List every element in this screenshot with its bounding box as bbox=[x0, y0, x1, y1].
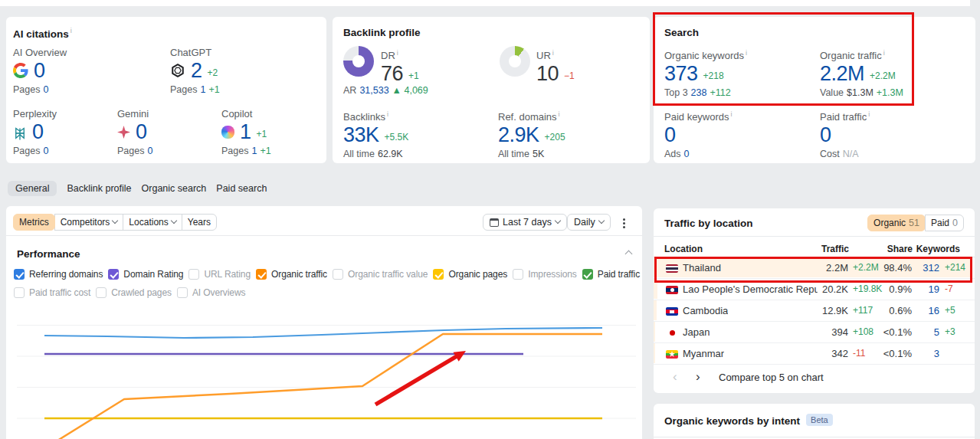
referring-domains-line bbox=[44, 328, 602, 338]
keywords-value[interactable]: 5 bbox=[934, 322, 939, 342]
cost-label: Cost bbox=[820, 149, 840, 159]
google-g-icon bbox=[13, 63, 28, 78]
location-name[interactable]: Japan bbox=[683, 322, 710, 342]
metric-ai-overview: AI Overview 0 Pages0 bbox=[13, 47, 67, 95]
copilot-delta: +1 bbox=[257, 129, 267, 139]
pages-value[interactable]: 0 bbox=[147, 146, 152, 156]
myanmar-flag bbox=[666, 350, 678, 359]
info-icon: i bbox=[552, 49, 554, 57]
prev-page-icon[interactable]: ‹ bbox=[673, 369, 677, 385]
checkbox-paid-traffic[interactable]: Paid traffic bbox=[582, 269, 640, 280]
locations-button[interactable]: Locations bbox=[123, 214, 182, 231]
cost-value: N/A bbox=[843, 149, 859, 159]
checkbox-url-rating[interactable]: URL Rating bbox=[188, 269, 251, 280]
ai-overview-value[interactable]: 0 bbox=[34, 59, 45, 82]
checkbox-organic-pages[interactable]: Organic pages bbox=[433, 269, 507, 280]
info-icon: i bbox=[70, 27, 72, 34]
toolbar-divider bbox=[6, 235, 642, 236]
ar-label: AR bbox=[343, 85, 356, 96]
traffic-table-header: Location Traffic Share Keywords bbox=[654, 239, 975, 257]
share-value: <0.1% bbox=[883, 322, 912, 342]
checkbox-icon bbox=[108, 269, 119, 280]
toggle-paid[interactable]: Paid0 bbox=[925, 215, 964, 231]
gemini-value[interactable]: 0 bbox=[136, 120, 147, 143]
checkbox-referring-domains[interactable]: Referring domains bbox=[14, 269, 103, 280]
chatgpt-value[interactable]: 2 bbox=[191, 59, 202, 82]
ar-delta: ▲ 4,069 bbox=[392, 85, 428, 96]
table-row-japan[interactable]: Japan 394 +108 <0.1% 5 +3 bbox=[654, 322, 975, 343]
checkbox-paid-traffic-cost[interactable]: Paid traffic cost bbox=[14, 287, 90, 298]
location-name[interactable]: Myanmar bbox=[683, 343, 724, 364]
info-icon: i bbox=[731, 110, 733, 118]
perplexity-value[interactable]: 0 bbox=[32, 120, 44, 143]
granularity-button[interactable]: Daily bbox=[567, 214, 611, 231]
ar-value[interactable]: 31,533 bbox=[359, 85, 388, 96]
japan-flag bbox=[666, 329, 678, 337]
ads-value[interactable]: 0 bbox=[684, 149, 690, 159]
metric-paid-keywords: Paid keywordsi 0 Ads0 bbox=[664, 108, 733, 159]
checkbox-icon bbox=[582, 269, 593, 280]
checkbox-impressions[interactable]: Impressions bbox=[513, 269, 577, 280]
checkbox-domain-rating[interactable]: Domain Rating bbox=[108, 269, 183, 280]
intent-divider bbox=[654, 437, 975, 437]
traffic-by-location-card: Traffic by location Organic51 Paid0 Loca… bbox=[654, 208, 975, 393]
info-icon: i bbox=[397, 49, 398, 57]
pages-value[interactable]: 0 bbox=[43, 84, 48, 95]
traffic-by-location-title: Traffic by location bbox=[664, 218, 753, 229]
toggle-organic[interactable]: Organic51 bbox=[867, 215, 926, 231]
checkbox-icon bbox=[14, 269, 25, 280]
annotation-box-search bbox=[653, 12, 914, 106]
competitors-button[interactable]: Competitors bbox=[54, 214, 124, 231]
ai-citations-title: AI citationsi bbox=[13, 27, 72, 40]
tab-backlink-profile[interactable]: Backlink profile bbox=[67, 181, 131, 196]
gemini-label: Gemini bbox=[117, 108, 156, 120]
pages-value[interactable]: 0 bbox=[43, 146, 48, 156]
backlinks-label: Backlinks bbox=[343, 111, 385, 123]
paid-traffic-value[interactable]: 0 bbox=[820, 123, 831, 146]
checkbox-ai-overviews[interactable]: AI Overviews bbox=[177, 287, 245, 298]
annotation-box-thailand-row bbox=[654, 257, 972, 283]
date-range-button[interactable]: Last 7 days bbox=[483, 214, 567, 231]
table-row-cambodia[interactable]: Cambodia 12.9K +117 0.6% 16 +5 bbox=[654, 300, 975, 322]
checkbox-organic-traffic-value[interactable]: Organic traffic value bbox=[333, 269, 428, 280]
ref-domains-value[interactable]: 2.9K bbox=[498, 123, 539, 146]
metrics-button[interactable]: Metrics bbox=[13, 214, 55, 231]
paid-keywords-value[interactable]: 0 bbox=[664, 123, 676, 146]
keywords-by-intent-card: Organic keywords by intentBeta bbox=[654, 404, 975, 439]
pages-value[interactable]: 1 bbox=[200, 84, 205, 95]
pages-value[interactable]: 1 bbox=[251, 146, 257, 156]
metric-paid-traffic: Paid traffici 0 CostN/A bbox=[820, 108, 870, 159]
ur-delta: −1 bbox=[564, 70, 575, 81]
checkbox-icon bbox=[513, 269, 523, 280]
tab-general[interactable]: General bbox=[8, 181, 57, 196]
performance-panel: Metrics Competitors Locations Years Last… bbox=[6, 206, 642, 439]
copilot-icon bbox=[221, 126, 234, 139]
pages-label: Pages bbox=[117, 146, 144, 156]
keywords-value[interactable]: 16 bbox=[929, 300, 939, 321]
checkbox-crawled-pages[interactable]: Crawled pages bbox=[96, 287, 172, 298]
years-button[interactable]: Years bbox=[182, 214, 217, 231]
pages-label: Pages bbox=[13, 146, 40, 156]
traffic-value: 12.9K bbox=[822, 300, 848, 321]
chevron-down-icon bbox=[555, 218, 561, 224]
backlinks-delta: +5.5K bbox=[385, 132, 409, 143]
beta-badge: Beta bbox=[806, 414, 833, 426]
kebab-menu-icon[interactable] bbox=[623, 218, 625, 228]
compare-top5-link[interactable]: Compare top 5 on chart bbox=[719, 372, 824, 383]
location-name[interactable]: Cambodia bbox=[683, 300, 728, 321]
table-row-myanmar[interactable]: Myanmar 342 -11 <0.1% 3 bbox=[654, 343, 975, 365]
metric-ref-domains: Ref. domainsi 2.9K +205 All time5K bbox=[498, 108, 565, 159]
metric-checkbox-row-2: Paid traffic cost Crawled pages AI Overv… bbox=[14, 287, 245, 299]
copilot-value[interactable]: 1 bbox=[240, 120, 251, 143]
tab-organic-search[interactable]: Organic search bbox=[142, 181, 207, 196]
chevron-up-icon[interactable] bbox=[625, 251, 633, 258]
paid-keywords-label: Paid keywords bbox=[664, 111, 729, 123]
next-page-icon[interactable]: › bbox=[696, 369, 700, 385]
checkbox-icon bbox=[433, 269, 444, 280]
cambodia-flag bbox=[666, 307, 678, 316]
checkbox-organic-traffic[interactable]: Organic traffic bbox=[256, 269, 327, 280]
chatgpt-icon bbox=[170, 63, 185, 78]
tab-paid-search[interactable]: Paid search bbox=[216, 181, 267, 196]
keywords-value[interactable]: 3 bbox=[934, 343, 939, 364]
backlinks-value[interactable]: 33K bbox=[343, 123, 379, 146]
